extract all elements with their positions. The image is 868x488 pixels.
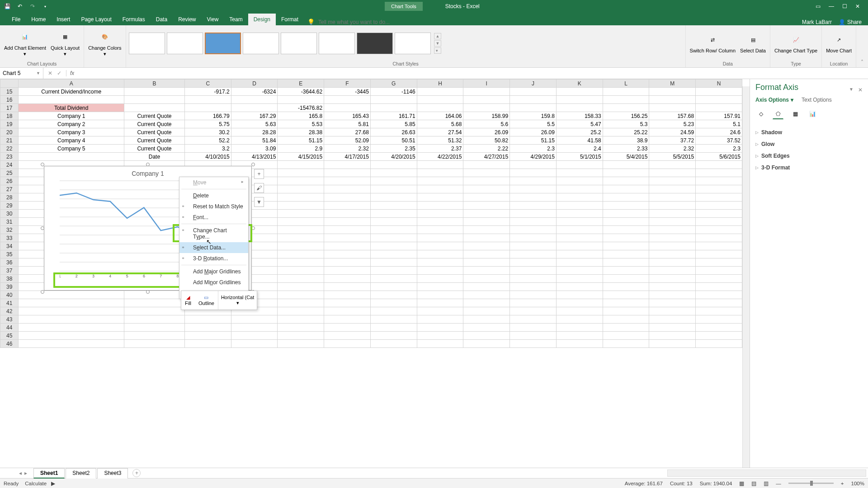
cell-M20[interactable]: 24.59 (649, 128, 696, 136)
cell-C43[interactable] (184, 315, 231, 324)
undo-icon[interactable]: ↶ (16, 3, 24, 10)
tab-review[interactable]: Review (173, 14, 201, 25)
cell-M24[interactable] (649, 161, 696, 169)
cell-I33[interactable] (463, 234, 510, 242)
cell-A44[interactable] (19, 324, 124, 332)
close-icon[interactable]: ✕ (855, 3, 860, 9)
chart-style-6[interactable] (319, 33, 355, 54)
row-header-39[interactable]: 39 (0, 283, 19, 291)
chart-style-2[interactable] (167, 33, 203, 54)
row-header-28[interactable]: 28 (0, 193, 19, 202)
cell-N18[interactable]: 157.91 (696, 112, 742, 120)
cell-E42[interactable] (278, 307, 324, 315)
view-page-layout-icon[interactable]: ▤ (751, 480, 756, 487)
cell-J21[interactable]: 51.15 (510, 136, 557, 145)
cell-M25[interactable] (649, 169, 696, 177)
cell-J20[interactable]: 26.09 (510, 128, 557, 136)
cell-A46[interactable] (19, 340, 124, 348)
chart-style-5[interactable] (281, 33, 317, 54)
cell-B21[interactable]: Current Quote (124, 136, 185, 145)
sheet-nav-first-icon[interactable]: ◂ (19, 470, 22, 476)
cell-F45[interactable] (324, 332, 371, 340)
cell-I29[interactable] (463, 202, 510, 210)
cell-I25[interactable] (463, 169, 510, 177)
row-header-44[interactable]: 44 (0, 324, 19, 332)
cell-N35[interactable] (696, 250, 742, 258)
cell-H24[interactable] (417, 161, 463, 169)
cell-F20[interactable]: 27.68 (324, 128, 371, 136)
cell-F42[interactable] (324, 307, 371, 315)
cell-N27[interactable] (696, 185, 742, 193)
cell-L31[interactable] (603, 218, 649, 226)
cell-E19[interactable]: 5.53 (278, 120, 324, 128)
cell-J38[interactable] (510, 275, 557, 283)
cell-F24[interactable] (324, 161, 371, 169)
tab-home[interactable]: Home (26, 14, 51, 25)
cell-E18[interactable]: 165.8 (278, 112, 324, 120)
cell-F15[interactable]: -3445 (324, 88, 371, 96)
cell-G22[interactable]: 2.35 (370, 145, 417, 153)
cell-M19[interactable]: 5.23 (649, 120, 696, 128)
styles-scroll-down-icon[interactable]: ▼ (434, 40, 442, 47)
cell-N32[interactable] (696, 226, 742, 234)
cell-N25[interactable] (696, 169, 742, 177)
text-options-tab[interactable]: Text Options (802, 97, 832, 103)
cell-N31[interactable] (696, 218, 742, 226)
fill-color-button[interactable]: ◢Fill (181, 293, 195, 308)
cell-K21[interactable]: 41.58 (556, 136, 603, 145)
cell-G41[interactable] (370, 299, 417, 307)
cell-J36[interactable] (510, 258, 557, 267)
cell-J18[interactable]: 159.8 (510, 112, 557, 120)
cell-H44[interactable] (417, 324, 463, 332)
cell-M44[interactable] (649, 324, 696, 332)
cell-E40[interactable] (278, 291, 324, 299)
cell-H45[interactable] (417, 332, 463, 340)
cell-I36[interactable] (463, 258, 510, 267)
row-header-25[interactable]: 25 (0, 169, 19, 177)
enter-formula-icon[interactable]: ✓ (57, 70, 61, 76)
cell-E23[interactable]: 4/15/2015 (278, 153, 324, 161)
cell-N22[interactable]: 2.3 (696, 145, 742, 153)
outline-button[interactable]: ▭Outline (195, 293, 218, 308)
cell-N40[interactable] (696, 291, 742, 299)
row-header-35[interactable]: 35 (0, 250, 19, 258)
cell-G45[interactable] (370, 332, 417, 340)
cell-G26[interactable] (370, 177, 417, 185)
cell-L36[interactable] (603, 258, 649, 267)
cell-H28[interactable] (417, 193, 463, 202)
cell-I28[interactable] (463, 193, 510, 202)
pane-section-shadow[interactable]: ▷ Shadow (755, 127, 863, 138)
row-header-34[interactable]: 34 (0, 242, 19, 250)
cell-G35[interactable] (370, 250, 417, 258)
tab-page-layout[interactable]: Page Layout (75, 14, 117, 25)
cell-G23[interactable]: 4/20/2015 (370, 153, 417, 161)
cell-H22[interactable]: 2.37 (417, 145, 463, 153)
cell-E16[interactable] (278, 96, 324, 104)
cell-I16[interactable] (463, 96, 510, 104)
cell-M29[interactable] (649, 202, 696, 210)
cell-K38[interactable] (556, 275, 603, 283)
cell-G24[interactable] (370, 161, 417, 169)
row-header-43[interactable]: 43 (0, 315, 19, 324)
chart-filters-icon[interactable]: ▼ (254, 197, 264, 207)
cell-M37[interactable] (649, 267, 696, 275)
row-header-38[interactable]: 38 (0, 275, 19, 283)
row-header-26[interactable]: 26 (0, 177, 19, 185)
cell-L27[interactable] (603, 185, 649, 193)
cell-G27[interactable] (370, 185, 417, 193)
cell-A16[interactable] (19, 96, 124, 104)
cell-C15[interactable]: -917.2 (184, 88, 231, 96)
cell-L39[interactable] (603, 283, 649, 291)
context-select-data[interactable]: ▫Select Data... (179, 242, 248, 253)
cell-K28[interactable] (556, 193, 603, 202)
cell-H23[interactable]: 4/22/2015 (417, 153, 463, 161)
cell-K25[interactable] (556, 169, 603, 177)
cell-E26[interactable] (278, 177, 324, 185)
cell-C16[interactable] (184, 96, 231, 104)
cell-I15[interactable] (463, 88, 510, 96)
context-font[interactable]: ▫Font... (179, 212, 248, 223)
row-header-45[interactable]: 45 (0, 332, 19, 340)
cell-L25[interactable] (603, 169, 649, 177)
qat-dropdown-icon[interactable]: ▾ (42, 3, 49, 10)
cell-N34[interactable] (696, 242, 742, 250)
